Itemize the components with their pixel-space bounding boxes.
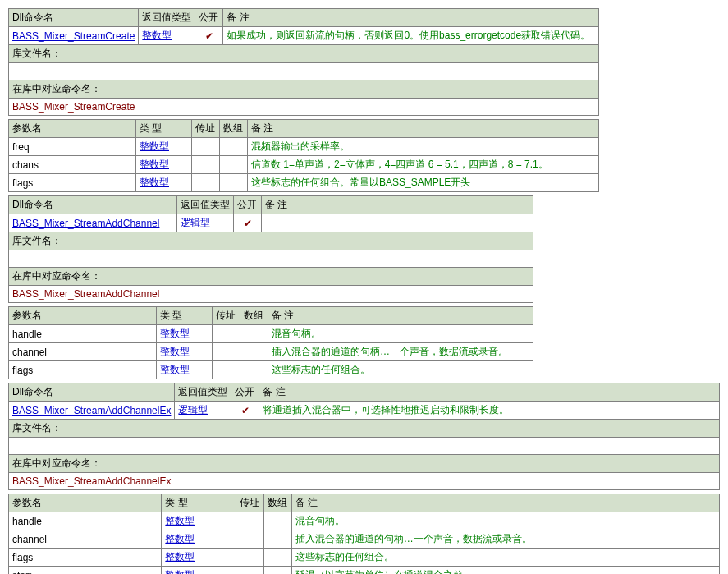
- param-ref: [236, 549, 263, 567]
- param-table-3: 参数名 类 型 传址 数组 备 注 handle 整数型 混音句柄。 chann…: [8, 494, 720, 574]
- cmd-table-3: Dll命令名 返回值类型 公开 备 注 BASS_Mixer_StreamAdd…: [8, 383, 720, 490]
- param-ref: [236, 512, 263, 530]
- cmd-note: 将通道插入混合器中，可选择性地推迟启动和限制长度。: [259, 402, 720, 420]
- hdr-param: 参数名: [9, 307, 157, 325]
- param-arr: [263, 530, 291, 549]
- param-arr: [263, 512, 291, 530]
- cmd-note: 如果成功，则返回新流的句柄，否则返回0。使用bass_errorgetcode获…: [223, 27, 599, 45]
- cmd-link[interactable]: BASS_Mixer_StreamAddChannel: [12, 218, 159, 229]
- param-ref: [213, 325, 240, 343]
- param-name: freq: [9, 138, 136, 156]
- param-row: freq 整数型 混频器输出的采样率。: [9, 138, 599, 156]
- param-row: channel 整数型 插入混合器的通道的句柄…一个声音，数据流或录音。: [9, 530, 720, 549]
- param-arr: [240, 361, 268, 379]
- param-arr: [220, 174, 248, 192]
- type-link[interactable]: 整数型: [165, 515, 195, 526]
- hdr-note: 备 注: [259, 383, 720, 402]
- lib-file-value: [9, 250, 533, 268]
- type-link[interactable]: 整数型: [160, 346, 190, 357]
- hdr-type: 类 型: [136, 120, 192, 138]
- cmd-link[interactable]: BASS_Mixer_StreamAddChannelEx: [12, 405, 171, 416]
- type-link[interactable]: 整数型: [165, 533, 195, 544]
- check-icon: ✔: [231, 402, 259, 420]
- param-row: flags 整数型 这些标志的任何组合。常量以BASS_SAMPLE开头: [9, 174, 599, 192]
- param-ref: [213, 343, 240, 361]
- param-row: channel 整数型 插入混合器的通道的句柄…一个声音，数据流或录音。: [9, 343, 533, 361]
- type-link[interactable]: 整数型: [140, 158, 169, 170]
- hdr-param: 参数名: [9, 494, 162, 512]
- param-arr: [220, 138, 248, 156]
- param-note: 混频器输出的采样率。: [248, 138, 599, 156]
- param-table-1: 参数名 类 型 传址 数组 备 注 freq 整数型 混频器输出的采样率。 ch…: [8, 119, 599, 192]
- param-row: flags 整数型 这些标志的任何组合。: [9, 361, 533, 379]
- hdr-rettype: 返回值类型: [177, 196, 234, 214]
- hdr-note: 备 注: [262, 196, 533, 214]
- param-row: handle 整数型 混音句柄。: [9, 325, 533, 343]
- param-note: 插入混合器的通道的句柄…一个声音，数据流或录音。: [291, 530, 719, 549]
- param-arr: [220, 156, 248, 174]
- hdr-pnote: 备 注: [248, 120, 599, 138]
- param-name: start: [9, 567, 162, 575]
- lib-file-row: 库文件名：: [9, 232, 533, 250]
- type-link[interactable]: 整数型: [160, 364, 190, 375]
- param-name: chans: [9, 156, 136, 174]
- param-arr: [263, 549, 291, 567]
- hdr-public: 公开: [234, 196, 262, 214]
- param-name: flags: [9, 361, 157, 379]
- lib-cmd-name: BASS_Mixer_StreamCreate: [9, 99, 599, 116]
- param-arr: [263, 567, 291, 575]
- hdr-ref: 传址: [192, 120, 220, 138]
- param-name: flags: [9, 549, 162, 567]
- cmd-link[interactable]: BASS_Mixer_StreamCreate: [12, 30, 135, 42]
- cmd-note: [262, 214, 533, 232]
- param-ref: [236, 567, 263, 575]
- param-name: channel: [9, 530, 162, 549]
- param-note: 这些标志的任何组合。: [268, 361, 533, 379]
- param-ref: [236, 530, 263, 549]
- type-link[interactable]: 整数型: [142, 30, 172, 41]
- cmd-table-2: Dll命令名 返回值类型 公开 备 注 BASS_Mixer_StreamAdd…: [8, 195, 533, 303]
- type-link[interactable]: 逻辑型: [181, 217, 210, 228]
- hdr-param: 参数名: [9, 120, 136, 138]
- check-icon: ✔: [195, 27, 223, 45]
- param-table-2: 参数名 类 型 传址 数组 备 注 handle 整数型 混音句柄。 chann…: [8, 306, 533, 379]
- param-ref: [192, 138, 220, 156]
- type-link[interactable]: 整数型: [165, 551, 195, 563]
- param-arr: [240, 343, 268, 361]
- param-name: channel: [9, 343, 157, 361]
- param-name: handle: [9, 512, 162, 530]
- param-ref: [192, 156, 220, 174]
- param-note: 信道数 1=单声道，2=立体声，4=四声道 6 = 5.1，四声道，8 = 7.…: [248, 156, 599, 174]
- in-lib-cmd-row: 在库中对应命令名：: [9, 268, 533, 286]
- param-note: 混音句柄。: [291, 512, 719, 530]
- cmd-table-1: Dll命令名 返回值类型 公开 备 注 BASS_Mixer_StreamCre…: [8, 8, 599, 116]
- param-note: 这些标志的任何组合。: [291, 549, 719, 567]
- param-note: 这些标志的任何组合。常量以BASS_SAMPLE开头: [248, 174, 599, 192]
- param-note: 混音句柄。: [268, 325, 533, 343]
- hdr-arr: 数组: [220, 120, 248, 138]
- hdr-note: 备 注: [223, 9, 599, 27]
- lib-file-row: 库文件名：: [9, 420, 720, 438]
- param-ref: [213, 361, 240, 379]
- lib-file-value: [9, 438, 720, 455]
- param-row: start 整数型 延迟（以字节为单位）在通道混合之前。: [9, 567, 720, 575]
- hdr-pnote: 备 注: [291, 494, 719, 512]
- type-link[interactable]: 逻辑型: [178, 404, 208, 416]
- hdr-dllcmd: Dll命令名: [9, 196, 177, 214]
- in-lib-cmd-row: 在库中对应命令名：: [9, 80, 599, 99]
- lib-file-row: 库文件名：: [9, 45, 599, 63]
- type-link[interactable]: 整数型: [140, 140, 169, 152]
- type-link[interactable]: 整数型: [160, 328, 190, 339]
- param-note: 插入混合器的通道的句柄…一个声音，数据流或录音。: [268, 343, 533, 361]
- param-row: flags 整数型 这些标志的任何组合。: [9, 549, 720, 567]
- hdr-ref: 传址: [236, 494, 263, 512]
- param-row: chans 整数型 信道数 1=单声道，2=立体声，4=四声道 6 = 5.1，…: [9, 156, 599, 174]
- hdr-ref: 传址: [213, 307, 240, 325]
- type-link[interactable]: 整数型: [165, 569, 195, 574]
- param-row: handle 整数型 混音句柄。: [9, 512, 720, 530]
- param-arr: [240, 325, 268, 343]
- hdr-public: 公开: [195, 9, 223, 27]
- hdr-arr: 数组: [240, 307, 268, 325]
- type-link[interactable]: 整数型: [140, 177, 169, 188]
- hdr-pnote: 备 注: [268, 307, 533, 325]
